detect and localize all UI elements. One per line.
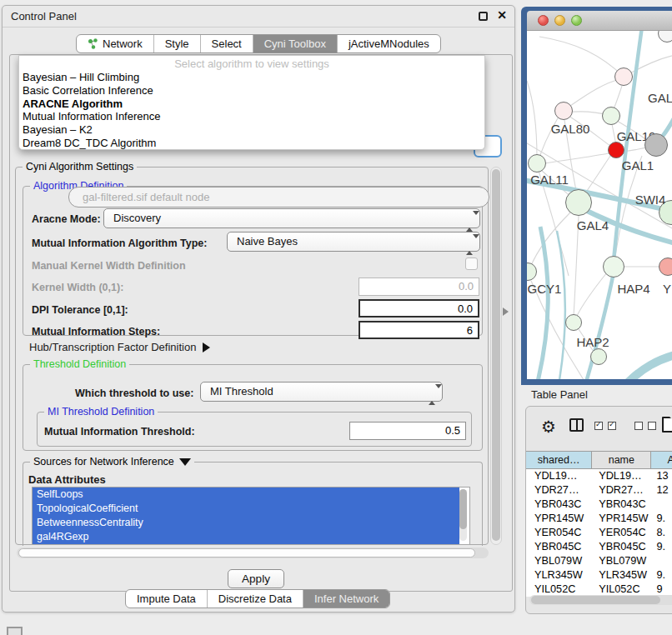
column-header-1[interactable]: shared… [526, 451, 592, 469]
network-node-label: SWI4 [635, 192, 666, 207]
network-node-label: Y [663, 282, 671, 296]
control-panel-title: Control Panel [11, 10, 77, 22]
network-node-hap2[interactable] [565, 314, 582, 331]
close-window-icon[interactable]: ✕ [497, 8, 507, 22]
algorithm-option[interactable]: Mutual Information Inference [19, 110, 484, 123]
float-window-icon[interactable] [479, 12, 488, 21]
table-row[interactable]: YBL079WYBL079W [526, 554, 672, 568]
table-cell [651, 554, 672, 568]
tab-infer-network[interactable]: Infer Network [303, 590, 389, 608]
deselect-all-checkbox-icon[interactable] [648, 422, 656, 430]
table-horizontal-scrollbar[interactable] [529, 595, 672, 605]
network-node-gal10[interactable] [602, 107, 620, 125]
tab-select[interactable]: Select [200, 35, 253, 52]
select-all-checkbox-icon[interactable]: ✓ [594, 422, 603, 430]
tab-discretize-data[interactable]: Discretize Data [207, 590, 303, 608]
tab-label: Cyni Toolbox [264, 38, 326, 50]
tab-style[interactable]: Style [153, 35, 200, 52]
table-cell: 12 [651, 483, 672, 498]
tab-label: Style [165, 38, 189, 50]
algorithm-option[interactable]: Basic Correlation Inference [19, 84, 484, 98]
dpi-tolerance-field[interactable]: 0.0 [359, 299, 479, 318]
split-columns-icon[interactable] [569, 418, 584, 432]
table-row[interactable]: YDR27…YDR27…12 [526, 483, 672, 498]
table-row[interactable]: YLR345WYLR345W9. [526, 568, 672, 582]
which-threshold-value: MI Threshold [210, 385, 273, 398]
select-all-checkbox-icon[interactable]: ✓ [608, 422, 616, 430]
threshold-definition-group: Threshold Definition Which threshold to … [23, 364, 483, 451]
network-node-gal80[interactable] [554, 102, 573, 120]
expander-right-icon [203, 342, 210, 352]
minimized-panel-icon[interactable] [7, 627, 23, 635]
table-cell: YBR043C [526, 498, 592, 512]
tab-cyni-toolbox[interactable]: Cyni Toolbox [253, 35, 337, 52]
mi-steps-field[interactable]: 6 [359, 321, 479, 339]
control-panel-tab-bar: NetworkStyleSelectCyni ToolboxjActiveMNo… [76, 34, 441, 53]
table-cell: 8. [651, 526, 672, 540]
close-traffic-light-icon[interactable] [538, 15, 549, 26]
network-node-gal[interactable] [614, 68, 633, 86]
apply-button[interactable]: Apply [228, 569, 284, 588]
manual-kernel-checkbox[interactable] [465, 258, 478, 270]
stepper-icon [466, 236, 473, 254]
tab-network[interactable]: Network [77, 35, 153, 52]
mi-threshold-field[interactable]: 0.5 [349, 422, 466, 440]
network-node-gal4[interactable] [565, 189, 592, 216]
sources-legend-label: Sources for Network Inference [33, 456, 174, 468]
which-threshold-combo[interactable]: MI Threshold [200, 382, 443, 402]
table-cell: YER054C [526, 526, 592, 540]
deselect-all-checkbox-icon[interactable] [634, 422, 643, 430]
tab-label: Network [103, 38, 143, 50]
table-row[interactable]: YPR145WYPR145W9. [526, 512, 672, 526]
hub-definition-label: Hub/Transcription Factor Definition [29, 341, 196, 353]
zoom-traffic-light-icon[interactable] [571, 15, 582, 26]
table-cell [651, 498, 672, 512]
network-selector-combo[interactable]: gal-filtered.sif default node [68, 187, 489, 208]
kernel-width-field[interactable]: 0.0 [359, 278, 479, 296]
algorithm-option[interactable]: ARACNE Algorithm [19, 98, 484, 111]
network-view-window: GALGAL80GAL10GAL1GAL11SWI4GAL4GCY1HAP4YH… [521, 7, 672, 385]
network-node-label: GAL11 [530, 172, 569, 187]
column-header-3[interactable]: A [651, 451, 672, 469]
mi-type-combo[interactable]: Naive Bayes [227, 232, 480, 252]
control-panel-content: gal-filtered.sif default node Select alg… [9, 54, 513, 592]
minimize-traffic-light-icon[interactable] [554, 15, 565, 26]
mi-type-value: Naive Bayes [237, 235, 298, 248]
network-window-titlebar[interactable] [527, 11, 672, 31]
algorithm-dropdown-prompt: Select algorithm to view settings [19, 56, 484, 71]
column-header-2[interactable]: name [592, 451, 651, 469]
table-row[interactable]: YDL19…YDL19…13 [526, 469, 672, 483]
algorithm-option[interactable]: Dream8 DC_TDC Algorithm [19, 137, 484, 150]
table-row[interactable]: YER054CYER054C8. [526, 526, 672, 540]
splitter-collapse-icon[interactable] [503, 308, 509, 316]
table-cell: YDL19… [526, 469, 592, 483]
network-node-y[interactable] [659, 258, 672, 276]
settings-horizontal-scrollbar[interactable] [17, 548, 489, 558]
tab-impute-data[interactable]: Impute Data [126, 590, 207, 608]
algorithm-option[interactable]: Bayesian – K2 [19, 123, 484, 137]
dpi-tolerance-label: DPI Tolerance [0,1]: [32, 304, 128, 316]
table-cell: YLR345W [526, 568, 592, 582]
bottom-tab-bar: Impute DataDiscretize DataInfer Network [125, 589, 390, 608]
table-cell: YBR043C [592, 498, 651, 512]
network-node-gal1[interactable] [608, 142, 624, 158]
network-node[interactable] [644, 133, 668, 157]
mi-threshold-definition-legend: MI Threshold Definition [44, 406, 158, 418]
gear-icon[interactable]: ⚙ [541, 417, 556, 437]
table-cell: YPR145W [526, 512, 592, 526]
network-node[interactable] [590, 348, 607, 365]
cyni-algorithm-settings-group: Cyni Algorithm Settings Algorithm Defini… [15, 167, 489, 545]
sources-legend[interactable]: Sources for Network Inference [30, 456, 194, 468]
network-node-gal11[interactable] [528, 154, 546, 172]
new-document-icon[interactable] [662, 417, 672, 432]
mi-threshold-label: Mutual Information Threshold: [44, 426, 195, 438]
table-row[interactable]: YBR045CYBR045C9. [526, 540, 672, 554]
algorithm-option[interactable]: Bayesian – Hill Climbing [19, 71, 484, 84]
network-node-hap4[interactable] [603, 256, 624, 278]
aracne-mode-combo[interactable]: Discovery [103, 208, 480, 228]
hub-definition-expander[interactable]: Hub/Transcription Factor Definition [29, 341, 210, 353]
network-canvas[interactable]: GALGAL80GAL10GAL1GAL11SWI4GAL4GCY1HAP4YH… [527, 31, 672, 379]
tab-jactivemnodules[interactable]: jActiveMNodules [337, 35, 440, 52]
settings-vertical-scrollbar[interactable] [490, 167, 502, 545]
table-row[interactable]: YBR043CYBR043C [526, 498, 672, 512]
